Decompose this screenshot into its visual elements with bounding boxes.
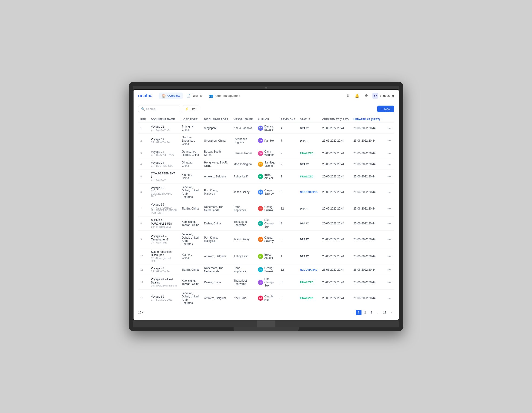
cell-ref: 6: [138, 183, 149, 201]
notification-icon[interactable]: 🔔: [354, 93, 360, 99]
table-row[interactable]: 4 Voyage 24 CP - BOOTIME 2006 Qingdao, C…: [138, 159, 394, 170]
avatar: SJ: [372, 93, 378, 99]
cell-more[interactable]: •••: [385, 183, 394, 201]
more-options-button[interactable]: •••: [388, 175, 392, 178]
table-row[interactable]: 5 COA AGREEMENT 3 CP - GENCON Xiamen, Ch…: [138, 170, 394, 183]
per-page-value: 15: [138, 311, 141, 314]
settings-icon[interactable]: ⚙: [363, 93, 370, 99]
cell-load-port: Guangzhou Harbor, China: [179, 148, 202, 159]
table-row[interactable]: 12 Voyage 49 – Hold Sealing Unifix Hold …: [138, 275, 394, 290]
home-icon: 🏠: [162, 94, 166, 98]
page-1-button[interactable]: 1: [356, 310, 361, 315]
cell-discharge-port: Antwerp, Belgium: [202, 170, 231, 183]
cell-more[interactable]: •••: [385, 159, 394, 170]
cell-load-port: Tianjin, China: [179, 201, 202, 216]
cell-author: IA Iruka Akuchi: [256, 248, 278, 264]
cell-doc-name: Voyage 49 – Hold Sealing Unifix Hold Sea…: [149, 275, 180, 290]
table-row[interactable]: 7 Voyage 39 CP - CUSTOMISED MULTIPORT T/…: [138, 201, 394, 216]
cell-created-at: 25-06-2022 20:44: [320, 159, 351, 170]
cell-vessel-name: Abhoy Latif: [231, 170, 256, 183]
cell-status: DRAFT: [298, 201, 320, 216]
cell-discharge-port: Rotterdam, The Netherlands: [202, 201, 231, 216]
table-container: REF. DOCUMENT NAME LOAD PORT DISCHARGE P…: [138, 116, 394, 307]
cell-load-port: Kaohsiung, Taiwan, China: [179, 216, 202, 231]
cell-more[interactable]: •••: [385, 123, 394, 134]
col-discharge-port: DISCHARGE PORT: [202, 116, 231, 123]
cell-revisions: 1: [278, 170, 298, 183]
filter-button[interactable]: ⚡ Filter: [182, 106, 200, 112]
cell-more[interactable]: •••: [385, 201, 394, 216]
cell-load-port: Tianjin, China: [179, 264, 202, 275]
more-options-button[interactable]: •••: [388, 237, 392, 241]
cell-more[interactable]: •••: [385, 134, 394, 148]
cell-vessel-name: Jason Bailey: [231, 231, 256, 248]
author-avatar: SV: [258, 162, 263, 167]
cell-updated-at: 25-06-2022 20:44: [351, 275, 385, 290]
more-options-button[interactable]: •••: [388, 126, 392, 130]
per-page-chevron: ▾: [142, 311, 143, 314]
cell-revisions: 4: [278, 123, 298, 134]
per-page-selector[interactable]: 15 ▾: [138, 311, 143, 314]
user-badge[interactable]: SJ S. de Jong: [372, 93, 394, 99]
more-options-button[interactable]: •••: [388, 281, 392, 284]
cell-updated-at: 25-06-2022 20:44: [351, 159, 385, 170]
table-row[interactable]: 11 Voyage 48 CP - GENCON 76 Tianjin, Chi…: [138, 264, 394, 275]
cell-doc-name: Voyage 12 CP - GENCON 76: [149, 123, 180, 134]
table-row[interactable]: 8 BUNKER PURCHASE 558 Bunker Terms 2016 …: [138, 216, 394, 231]
nav-new-file[interactable]: 📄 New file: [184, 93, 205, 99]
table-row[interactable]: 6 Voyage 35 CP - COMLINEBOOKING 2016 Jeb…: [138, 183, 394, 201]
cell-author: RC Rim Chong-Suk: [256, 216, 278, 231]
cell-ref: 9: [138, 231, 149, 248]
cell-created-at: 25-06-2022 20:44: [320, 123, 351, 134]
table-row[interactable]: 9 Voyage 41 – Timecharter 6 CP - GENTIME…: [138, 231, 394, 248]
cell-status: DRAFT: [298, 216, 320, 231]
more-options-button[interactable]: •••: [388, 190, 392, 194]
prev-page-button[interactable]: ‹: [349, 310, 355, 315]
more-options-button[interactable]: •••: [388, 254, 392, 258]
new-button[interactable]: + New: [377, 106, 394, 112]
cell-doc-name: COA AGREEMENT 3 CP - GENCON: [149, 170, 180, 183]
col-updated-at[interactable]: UPDATED AT (CEST) ↑: [351, 116, 385, 123]
cell-more[interactable]: •••: [385, 264, 394, 275]
page-2-button[interactable]: 2: [362, 310, 368, 315]
cell-ref: 10: [138, 248, 149, 264]
table-row[interactable]: 13 Voyage 69 CP - FONCOM 2021 Jebel Ali,…: [138, 290, 394, 307]
more-options-button[interactable]: •••: [388, 162, 392, 166]
cell-doc-name: Sale of Vessel in Disch. port CP - Norwe…: [149, 248, 180, 264]
cell-discharge-port: Rotterdam, The Netherlands: [202, 264, 231, 275]
cell-doc-name: Voyage 41 – Timecharter 6 CP - GENTIME: [149, 231, 180, 248]
table-row[interactable]: 1 Voyage 12 CP - GENCON 76 Shanghai, Chi…: [138, 123, 394, 134]
next-page-button[interactable]: ›: [389, 310, 394, 315]
search-box[interactable]: 🔍 Search...: [138, 106, 180, 112]
table-row[interactable]: 2 Voyage 19 CP - GENCON 76 Ningbo-Zhoush…: [138, 134, 394, 148]
cell-updated-at: 25-06-2022 20:44: [351, 170, 385, 183]
table-row[interactable]: 10 Sale of Vessel in Disch. port CP - No…: [138, 248, 394, 264]
cell-more[interactable]: •••: [385, 290, 394, 307]
page-3-button[interactable]: 3: [369, 310, 374, 315]
nav-rider-management[interactable]: 👥 Rider management: [206, 93, 243, 99]
table-row[interactable]: 3 Voyage 22 CP - HEAVYLIFT/VOY Guangzhou…: [138, 148, 394, 159]
page-12-button[interactable]: 12: [382, 310, 388, 315]
cell-created-at: 25-06-2022 20:44: [320, 148, 351, 159]
cell-more[interactable]: •••: [385, 248, 394, 264]
more-options-button[interactable]: •••: [388, 296, 392, 300]
cell-status: DRAFT: [298, 134, 320, 148]
cell-updated-at: 25-06-2022 20:44: [351, 148, 385, 159]
more-options-button[interactable]: •••: [388, 207, 392, 210]
cell-doc-name: Voyage 19 CP - GENCON 76: [149, 134, 180, 148]
more-options-button[interactable]: •••: [388, 139, 392, 142]
download-icon[interactable]: ⬇: [344, 93, 351, 99]
cell-more[interactable]: •••: [385, 148, 394, 159]
cell-doc-name: Voyage 39 CP - CUSTOMISED MULTIPORT T/GE…: [149, 201, 180, 216]
cell-ref: 1: [138, 123, 149, 134]
more-options-button[interactable]: •••: [388, 268, 392, 272]
more-options-button[interactable]: •••: [388, 151, 392, 155]
cell-more[interactable]: •••: [385, 275, 394, 290]
cell-more[interactable]: •••: [385, 216, 394, 231]
cell-more[interactable]: •••: [385, 231, 394, 248]
cell-more[interactable]: •••: [385, 170, 394, 183]
nav-overview[interactable]: 🏠 Overview: [159, 93, 183, 99]
cell-author: IA Iruka Akuchi: [256, 170, 278, 183]
more-options-button[interactable]: •••: [388, 222, 392, 225]
cell-discharge-port: Shenzhen, China: [202, 134, 231, 148]
